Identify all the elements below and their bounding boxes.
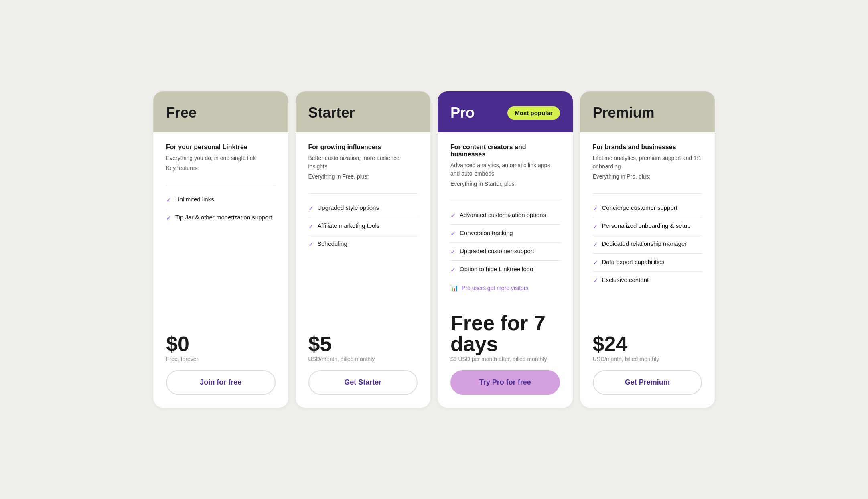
plan-name-premium: Premium	[593, 104, 655, 121]
feature-item: ✓Upgraded style options	[308, 199, 418, 217]
check-icon: ✓	[593, 241, 598, 248]
feature-text: Option to hide Linktree logo	[460, 266, 533, 272]
check-icon: ✓	[450, 266, 456, 274]
card-body-starter: For growing influencersBetter customizat…	[296, 132, 431, 324]
feature-text: Conversion tracking	[460, 229, 513, 236]
card-body-pro: For content creators and businessesAdvan…	[438, 132, 573, 303]
feature-item: ✓Tip Jar & other monetization support	[166, 209, 276, 227]
feature-item: ✓Option to hide Linktree logo	[450, 261, 560, 278]
feature-text: Affiliate marketing tools	[318, 222, 380, 229]
plan-name-free: Free	[166, 104, 197, 121]
cta-button-pro[interactable]: Try Pro for free	[450, 370, 560, 395]
price-starter: $5	[308, 333, 418, 354]
feature-text: Unlimited links	[175, 196, 214, 203]
card-header-premium: Premium	[580, 91, 715, 132]
plan-tagline-starter: For growing influencers	[308, 144, 418, 151]
card-header-pro: ProMost popular	[438, 91, 573, 132]
feature-item: ✓Conversion tracking	[450, 225, 560, 243]
feature-item: ✓Unlimited links	[166, 191, 276, 209]
feature-item: ✓Affiliate marketing tools	[308, 217, 418, 235]
pricing-grid: FreeFor your personal LinktreeEverything…	[153, 91, 715, 408]
bar-chart-icon: 📊	[450, 284, 458, 292]
check-icon: ✓	[593, 259, 598, 266]
feature-text: Data export capabilities	[602, 258, 665, 265]
price-free: $0	[166, 333, 276, 354]
plan-name-starter: Starter	[308, 104, 355, 121]
check-icon: ✓	[308, 241, 314, 248]
feature-list-pro: ✓Advanced customization options✓Conversi…	[450, 207, 560, 278]
feature-list-premium: ✓Concierge customer support✓Personalized…	[593, 199, 702, 312]
plan-description-pro: Advanced analytics, automatic link apps …	[450, 161, 560, 178]
feature-item: ✓Exclusive content	[593, 272, 702, 289]
cta-button-starter[interactable]: Get Starter	[308, 370, 418, 395]
check-icon: ✓	[450, 212, 456, 219]
feature-text: Upgraded style options	[318, 204, 379, 211]
pricing-card-pro: ProMost popularFor content creators and …	[438, 91, 573, 408]
check-icon: ✓	[593, 223, 598, 230]
price-sub-premium: USD/month, billed monthly	[593, 356, 702, 362]
cta-button-premium[interactable]: Get Premium	[593, 370, 702, 395]
feature-text: Scheduling	[318, 240, 347, 247]
card-footer-premium: $24USD/month, billed monthlyGet Premium	[580, 324, 715, 408]
feature-item: ✓Dedicated relationship manager	[593, 235, 702, 254]
check-icon: ✓	[166, 196, 171, 204]
card-footer-starter: $5USD/month, billed monthlyGet Starter	[296, 324, 431, 408]
price-sub-free: Free, forever	[166, 356, 276, 362]
check-icon: ✓	[166, 214, 171, 222]
feature-item: ✓Concierge customer support	[593, 199, 702, 217]
check-icon: ✓	[450, 248, 456, 256]
price-premium: $24	[593, 333, 702, 354]
feature-text: Upgraded customer support	[460, 247, 534, 254]
check-icon: ✓	[450, 230, 456, 237]
feature-text: Dedicated relationship manager	[602, 240, 687, 247]
plan-tagline-premium: For brands and businesses	[593, 144, 702, 151]
feature-item: ✓Data export capabilities	[593, 254, 702, 272]
plan-includes-premium: Everything in Pro, plus:	[593, 173, 702, 180]
plan-description-free: Everything you do, in one single link	[166, 154, 276, 162]
card-footer-free: $0Free, foreverJoin for free	[153, 324, 288, 408]
most-popular-badge: Most popular	[507, 106, 560, 120]
card-body-premium: For brands and businessesLifetime analyt…	[580, 132, 715, 324]
plan-description-premium: Lifetime analytics, premium support and …	[593, 154, 702, 171]
promo-text: Pro users get more visitors	[462, 285, 529, 291]
plan-tagline-free: For your personal Linktree	[166, 144, 276, 151]
pricing-card-starter: StarterFor growing influencersBetter cus…	[296, 91, 431, 408]
card-header-starter: Starter	[296, 91, 431, 132]
pro-promo: 📊Pro users get more visitors	[450, 278, 560, 292]
feature-item: ✓Advanced customization options	[450, 207, 560, 225]
pricing-card-free: FreeFor your personal LinktreeEverything…	[153, 91, 288, 408]
check-icon: ✓	[593, 277, 598, 284]
feature-text: Advanced customization options	[460, 211, 546, 218]
feature-item: ✓Personalized onboarding & setup	[593, 217, 702, 235]
cta-button-free[interactable]: Join for free	[166, 370, 276, 395]
feature-text: Exclusive content	[602, 276, 649, 283]
plan-description-starter: Better customization, more audience insi…	[308, 154, 418, 171]
feature-item: ✓Scheduling	[308, 235, 418, 253]
price-sub-pro: $9 USD per month after, billed monthly	[450, 356, 560, 362]
plan-tagline-pro: For content creators and businesses	[450, 144, 560, 158]
feature-text: Concierge customer support	[602, 204, 677, 211]
plan-includes-starter: Everything in Free, plus:	[308, 173, 418, 180]
check-icon: ✓	[308, 205, 314, 212]
plan-includes-pro: Everything in Starter, plus:	[450, 181, 560, 187]
price-sub-starter: USD/month, billed monthly	[308, 356, 418, 362]
feature-text: Tip Jar & other monetization support	[175, 214, 272, 221]
check-icon: ✓	[308, 223, 314, 230]
pricing-card-premium: PremiumFor brands and businessesLifetime…	[580, 91, 715, 408]
feature-item: ✓Upgraded customer support	[450, 243, 560, 261]
feature-text: Personalized onboarding & setup	[602, 222, 691, 229]
feature-list-starter: ✓Upgraded style options✓Affiliate market…	[308, 199, 418, 312]
card-footer-pro: Free for 7 days$9 USD per month after, b…	[438, 303, 573, 408]
price-pro: Free for 7 days	[450, 312, 560, 354]
card-header-free: Free	[153, 91, 288, 132]
plan-includes-free: Key features	[166, 165, 276, 171]
plan-name-pro: Pro	[450, 104, 475, 121]
card-body-free: For your personal LinktreeEverything you…	[153, 132, 288, 324]
feature-list-free: ✓Unlimited links✓Tip Jar & other monetiz…	[166, 191, 276, 312]
check-icon: ✓	[593, 205, 598, 212]
